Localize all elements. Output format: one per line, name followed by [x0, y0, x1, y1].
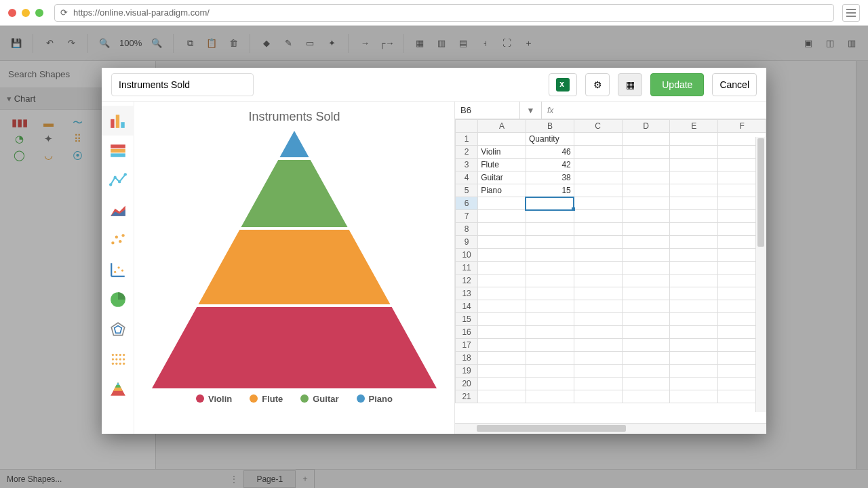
- svg-rect-4: [111, 149, 125, 152]
- type-scatter-axis[interactable]: [102, 255, 134, 285]
- chart-preview-title: Instruments Sold: [248, 110, 340, 124]
- minimize-window[interactable]: [22, 9, 30, 17]
- svg-rect-5: [111, 153, 125, 157]
- legend-item: Guitar: [300, 394, 338, 404]
- svg-point-35: [123, 363, 125, 365]
- type-pyramid[interactable]: [102, 374, 134, 404]
- svg-point-31: [123, 358, 125, 360]
- svg-rect-1: [116, 115, 119, 128]
- svg-point-33: [115, 363, 117, 365]
- url-text: https://online.visual-paradigm.com/: [73, 7, 210, 18]
- excel-icon: [556, 78, 570, 92]
- sheet-hscroll[interactable]: [455, 423, 766, 434]
- svg-marker-39: [117, 382, 119, 385]
- svg-point-27: [123, 354, 125, 356]
- svg-point-29: [115, 358, 117, 360]
- chart-type-list: [102, 102, 134, 434]
- type-bar[interactable]: [102, 106, 134, 136]
- legend-item: Piano: [357, 394, 393, 404]
- legend-item: Violin: [196, 394, 232, 404]
- svg-point-9: [124, 173, 127, 176]
- type-stacked-bar[interactable]: [102, 136, 134, 165]
- maximize-window[interactable]: [35, 9, 43, 17]
- update-button[interactable]: Update: [650, 73, 704, 96]
- svg-point-28: [112, 358, 114, 360]
- type-line[interactable]: [102, 165, 134, 195]
- svg-point-13: [115, 236, 118, 239]
- window-controls[interactable]: [8, 9, 43, 17]
- cell-ref-dropdown-icon[interactable]: ▼: [520, 102, 542, 119]
- close-window[interactable]: [8, 9, 16, 17]
- type-scatter[interactable]: [102, 225, 134, 255]
- svg-rect-0: [111, 119, 114, 128]
- type-area[interactable]: [102, 195, 134, 225]
- sheet-table[interactable]: ABCDEF1Quantity2Violin463Flute424Guitar3…: [455, 119, 766, 403]
- svg-point-25: [115, 354, 117, 356]
- type-dotmatrix[interactable]: [102, 344, 134, 374]
- chart-legend: ViolinFluteGuitarPiano: [196, 394, 393, 404]
- pyramid-chart: [152, 131, 437, 388]
- fx-label: fx: [547, 106, 553, 115]
- cell-reference[interactable]: B6: [455, 102, 520, 119]
- legend-item: Flute: [250, 394, 283, 404]
- import-excel-button[interactable]: [549, 73, 577, 96]
- settings-button[interactable]: ⚙: [585, 73, 610, 96]
- cancel-button[interactable]: Cancel: [712, 73, 757, 96]
- browser-chrome: ⟳ https://online.visual-paradigm.com/: [0, 0, 868, 26]
- svg-point-18: [114, 271, 116, 273]
- grid-icon: ▦: [626, 79, 635, 90]
- svg-point-34: [119, 363, 121, 365]
- chart-preview: Instruments Sold ViolinFluteGuitarPiano: [134, 102, 454, 434]
- svg-point-15: [121, 234, 124, 237]
- svg-marker-23: [115, 326, 122, 333]
- svg-rect-3: [111, 144, 125, 148]
- chart-title-input[interactable]: [111, 73, 254, 96]
- formula-input[interactable]: [557, 102, 766, 119]
- svg-point-14: [119, 240, 121, 243]
- svg-point-12: [111, 241, 114, 244]
- browser-menu-icon[interactable]: [842, 4, 860, 22]
- svg-point-30: [119, 358, 121, 360]
- svg-rect-2: [121, 122, 124, 128]
- svg-point-6: [109, 183, 112, 186]
- gear-icon: ⚙: [593, 79, 602, 90]
- svg-point-19: [117, 266, 119, 268]
- svg-point-20: [121, 269, 123, 271]
- dialog-header: ⚙ ▦ Update Cancel: [102, 68, 766, 102]
- data-grid-toggle[interactable]: ▦: [618, 73, 642, 96]
- svg-point-24: [112, 354, 114, 356]
- type-pie[interactable]: [102, 285, 134, 314]
- url-bar[interactable]: ⟳ https://online.visual-paradigm.com/: [54, 4, 834, 22]
- svg-point-26: [119, 354, 121, 356]
- reload-icon[interactable]: ⟳: [60, 7, 68, 18]
- svg-point-32: [112, 363, 114, 365]
- data-spreadsheet: B6 ▼ fx ABCDEF1Quantity2Violin463Flute42…: [454, 102, 766, 434]
- chart-editor-dialog: ⚙ ▦ Update Cancel Instruments Sold Violi…: [102, 68, 766, 434]
- svg-point-8: [118, 180, 121, 183]
- type-radar[interactable]: [102, 314, 134, 344]
- sheet-vscroll[interactable]: [755, 137, 766, 412]
- svg-point-7: [114, 176, 117, 179]
